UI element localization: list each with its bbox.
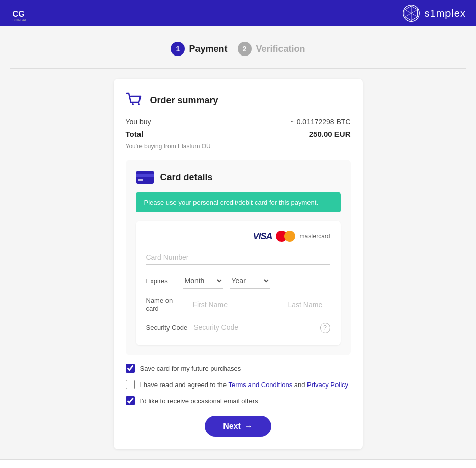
security-help-icon[interactable]: ?	[320, 323, 330, 333]
month-select[interactable]: Month010203040506070809101112	[183, 273, 223, 289]
next-button-wrap: Next →	[126, 416, 351, 437]
simplex-label: s1mplex	[425, 8, 466, 19]
name-inputs	[193, 297, 377, 312]
mastercard-label: mastercard	[299, 233, 330, 240]
year-select[interactable]: Year202420252026202720282029203020312032	[230, 273, 270, 289]
step-2: 2 Verification	[238, 42, 305, 56]
cart-icon	[126, 91, 144, 109]
visa-logo: VISA	[253, 231, 272, 242]
save-card-row: Save card for my future purchases	[126, 364, 351, 373]
content-card: Order summary You buy ~ 0.01172298 BTC T…	[114, 79, 363, 449]
step-2-number: 2	[238, 42, 252, 56]
security-code-input[interactable]	[193, 320, 316, 335]
terms-label: I have read and agreed to the Terms and …	[140, 381, 349, 389]
svg-point-9	[138, 103, 140, 105]
steps-divider	[10, 68, 466, 69]
card-details-title: Card details	[160, 172, 213, 183]
terms-and: and	[292, 381, 307, 389]
you-buy-label: You buy	[126, 118, 151, 126]
card-details-header: Card details	[136, 170, 341, 184]
name-row: Name on card	[146, 297, 330, 312]
security-label: Security Code	[146, 324, 188, 332]
coingate-logo: CG COINGATE	[10, 4, 29, 22]
name-label: Name on card	[146, 297, 187, 312]
card-notice: Please use your personal credit/debit ca…	[136, 192, 341, 212]
total-value: 250.00 EUR	[309, 130, 351, 139]
first-name-input[interactable]	[193, 297, 282, 312]
expires-row: Expires Month010203040506070809101112 Ye…	[146, 273, 330, 289]
you-buy-value: ~ 0.01172298 BTC	[291, 118, 351, 126]
privacy-link[interactable]: Privacy Policy	[307, 381, 348, 389]
terms-checkbox[interactable]	[126, 380, 135, 389]
card-number-field	[146, 250, 330, 265]
security-input-wrap: ?	[193, 320, 330, 335]
total-label: Total	[126, 130, 144, 139]
next-button[interactable]: Next →	[205, 416, 271, 437]
security-row: Security Code ?	[146, 320, 330, 335]
terms-row: I have read and agreed to the Terms and …	[126, 380, 351, 389]
save-card-checkbox[interactable]	[126, 364, 135, 373]
step-1-number: 1	[171, 42, 185, 56]
total-row: Total 250.00 EUR	[126, 130, 351, 139]
steps-indicator: 1 Payment 2 Verification	[171, 42, 305, 56]
order-note: You're buying from Elastum OÜ	[126, 143, 351, 150]
svg-text:COINGATE: COINGATE	[13, 18, 29, 22]
elastum-link[interactable]: Elastum OÜ	[178, 143, 211, 150]
card-form: VISA mastercard Expires Month01020304050…	[136, 221, 341, 345]
terms-link[interactable]: Terms and Conditions	[228, 381, 292, 389]
email-offers-row: I'd like to receive occasional email off…	[126, 396, 351, 405]
order-summary-title: Order summary	[150, 95, 218, 106]
expires-label: Expires	[146, 277, 177, 285]
svg-point-8	[132, 103, 134, 105]
mastercard-logo: mastercard	[276, 231, 330, 242]
card-number-input[interactable]	[146, 250, 330, 265]
last-name-input[interactable]	[288, 297, 377, 312]
svg-rect-11	[136, 174, 154, 177]
main-content: 1 Payment 2 Verification Order summary Y…	[0, 26, 476, 459]
order-summary-header: Order summary	[126, 91, 351, 109]
footer: Simplex is a fully licensed and regulate…	[0, 459, 476, 468]
mc-circle-right	[284, 231, 295, 242]
card-details-section: Card details Please use your personal cr…	[126, 160, 351, 355]
save-card-label[interactable]: Save card for my future purchases	[140, 365, 241, 372]
terms-prefix: I have read and agreed to the	[140, 381, 229, 389]
step-1: 1 Payment	[171, 42, 227, 56]
next-arrow-icon: →	[245, 422, 253, 431]
card-brands: VISA mastercard	[146, 231, 330, 242]
header: CG COINGATE s1mplex	[0, 0, 476, 26]
svg-rect-12	[138, 179, 143, 181]
simplex-logo: s1mplex	[402, 4, 466, 22]
card-icon	[136, 170, 154, 184]
svg-text:CG: CG	[13, 9, 25, 18]
email-offers-checkbox[interactable]	[126, 396, 135, 405]
you-buy-row: You buy ~ 0.01172298 BTC	[126, 118, 351, 126]
step-2-label: Verification	[256, 44, 305, 54]
email-offers-label[interactable]: I'd like to receive occasional email off…	[140, 397, 258, 405]
step-1-label: Payment	[189, 44, 227, 54]
